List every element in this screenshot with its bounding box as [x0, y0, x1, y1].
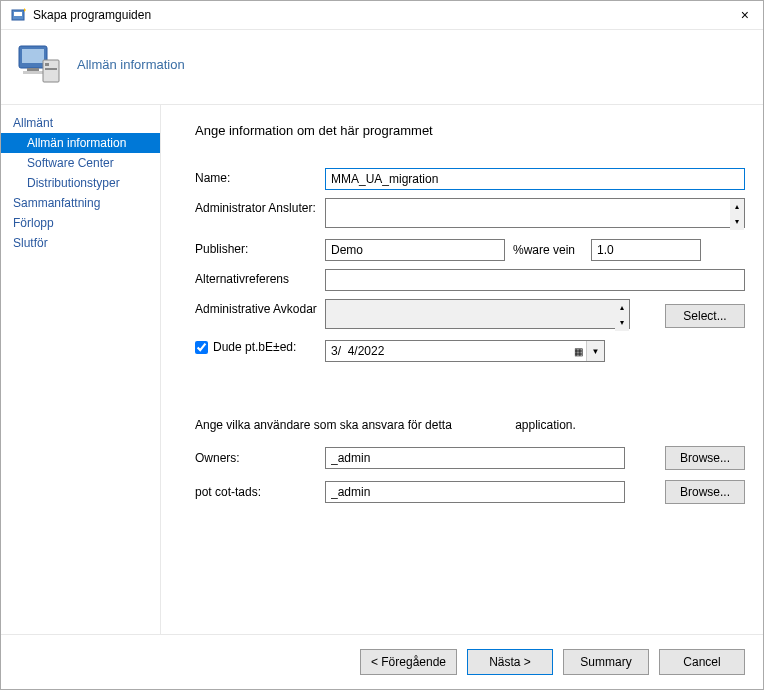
publisher-label: Publisher:: [195, 239, 325, 256]
sidebar-item-deployment-types[interactable]: Distributionstyper: [1, 173, 160, 193]
svg-marker-2: [24, 8, 26, 12]
cancel-button[interactable]: Cancel: [659, 649, 745, 675]
content-panel: Ange information om det här programmet N…: [161, 105, 763, 634]
sidebar-item-software-center[interactable]: Software Center: [1, 153, 160, 173]
admin-categories-spin-down[interactable]: ▾: [615, 316, 629, 332]
next-button[interactable]: Nästa >: [467, 649, 553, 675]
titlebar: Skapa programguiden ×: [1, 1, 763, 30]
name-input[interactable]: [325, 168, 745, 190]
alt-ref-input[interactable]: [325, 269, 745, 291]
admin-categories-input[interactable]: [325, 299, 630, 329]
publisher-input[interactable]: [325, 239, 505, 261]
date-published-checkbox[interactable]: [195, 341, 208, 354]
wizard-footer: < Föregående Nästa > Summary Cancel: [1, 634, 763, 689]
admin-comment-label: Administrator Ansluter:: [195, 198, 325, 215]
date-published-input[interactable]: [325, 340, 605, 362]
software-version-input[interactable]: [591, 239, 701, 261]
computer-icon: [15, 40, 63, 88]
sidebar-item-summary[interactable]: Sammanfattning: [1, 193, 160, 213]
app-icon: [11, 7, 27, 23]
wizard-body: Allmänt Allmän information Software Cent…: [1, 105, 763, 634]
date-published-picker[interactable]: ▦ ▼: [325, 340, 605, 362]
sidebar-item-general-info[interactable]: Allmän information: [1, 133, 160, 153]
svg-rect-1: [14, 12, 22, 16]
svg-rect-5: [27, 68, 39, 71]
chevron-down-icon[interactable]: ▼: [586, 341, 604, 361]
alt-ref-label: Alternativreferens: [195, 269, 325, 286]
page-title: Allmän information: [77, 57, 185, 72]
svg-rect-9: [45, 68, 57, 70]
owners-input[interactable]: [325, 447, 625, 469]
wizard-header: Allmän information: [1, 30, 763, 105]
support-contacts-label: pot cot-tads:: [195, 485, 325, 499]
responsible-note: Ange vilka användare som ska ansvara för…: [195, 418, 745, 432]
sidebar-item-progress[interactable]: Förlopp: [1, 213, 160, 233]
close-icon[interactable]: ×: [737, 7, 753, 23]
admin-comment-spin-up[interactable]: ▴: [730, 199, 744, 215]
svg-rect-4: [22, 49, 44, 63]
owners-label: Owners:: [195, 451, 325, 465]
name-label: Name:: [195, 168, 325, 185]
sidebar: Allmänt Allmän information Software Cent…: [1, 105, 161, 634]
admin-comment-input[interactable]: [325, 198, 745, 228]
owners-browse-button[interactable]: Browse...: [665, 446, 745, 470]
summary-button[interactable]: Summary: [563, 649, 649, 675]
previous-button[interactable]: < Föregående: [360, 649, 457, 675]
admin-comment-spin-down[interactable]: ▾: [730, 215, 744, 231]
select-categories-button[interactable]: Select...: [665, 304, 745, 328]
svg-rect-6: [23, 71, 43, 74]
admin-categories-label: Administrative Avkodar: [195, 299, 325, 316]
admin-categories-spin-up[interactable]: ▴: [615, 300, 629, 316]
support-contacts-input[interactable]: [325, 481, 625, 503]
calendar-icon: ▦: [574, 346, 583, 357]
support-contacts-browse-button[interactable]: Browse...: [665, 480, 745, 504]
software-version-label: %ware vein: [513, 243, 583, 257]
date-published-label: Dude pt.bE±ed:: [213, 340, 296, 354]
sidebar-item-general[interactable]: Allmänt: [1, 113, 160, 133]
content-heading: Ange information om det här programmet: [195, 123, 745, 138]
wizard-window: Skapa programguiden × Allmän information…: [0, 0, 764, 690]
svg-rect-8: [45, 63, 49, 66]
window-title: Skapa programguiden: [33, 8, 737, 22]
sidebar-item-completion[interactable]: Slutför: [1, 233, 160, 253]
